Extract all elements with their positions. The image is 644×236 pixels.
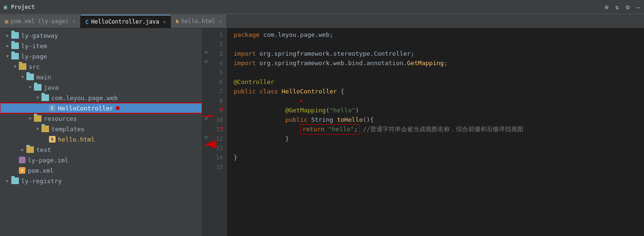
code-line-6: @Controller [234,77,644,87]
sidebar-item-ly-page-iml[interactable]: ly-page.iml [0,155,202,165]
folder-icon-main [26,74,34,80]
sidebar-item-package[interactable]: com.leyou.page.web [0,93,202,103]
arrow-package [34,95,41,100]
code-line-4: import org.springframework.web.bind.anno… [234,59,644,68]
sidebar-item-hello-controller[interactable]: C HelloController [0,103,202,113]
folder-icon-resources [34,115,41,122]
closing-brace-class: } [234,153,237,162]
sidebar-item-ly-registry[interactable]: ly-registry [0,176,202,186]
arrow-resources [26,116,34,121]
file-icon-pom-xml: m [19,167,25,174]
arrow-ly-gateway [4,33,11,38]
gutter-line-13 [203,142,210,151]
label-ly-page-iml: ly-page.iml [28,157,68,164]
string-hello-2: "hello" [328,125,354,134]
gutter-line-8 [203,94,210,104]
sidebar-item-templates[interactable]: templates [0,124,202,134]
sidebar-item-test[interactable]: test [0,144,202,155]
line-num-7: 7 [212,87,223,96]
tab-hello-html[interactable]: h hello.html × [171,15,227,28]
pkg-path: com.leyou.page.web [263,30,330,40]
kw-import-1: import [234,49,260,59]
sidebar-item-ly-gateway[interactable]: ly-gateway [0,30,202,41]
sidebar-item-java[interactable]: java [0,82,202,93]
label-hello-controller: HelloController [58,105,113,112]
project-sidebar: ly-gateway ly-item ly-page src main [0,28,203,236]
arrow-test [19,147,26,152]
top-toolbar: ▣ Project ⊕ ⇅ ⚙ — [0,0,644,14]
gutter-line-3: ○ [203,47,210,57]
code-line-14: } [234,153,644,162]
label-resources: resources [44,115,77,122]
code-editor[interactable]: ○ ○ ○ ○ 1 2 3 4 5 6 [203,28,644,236]
file-icon-ly-page-iml [19,157,25,163]
folder-icon-test [26,146,34,153]
tab-icon-c: C [85,18,89,25]
string-hello-1: "hello" [330,106,356,115]
file-icon-hello-controller: C [49,105,56,111]
sidebar-item-ly-page[interactable]: ly-page [0,51,202,61]
editor-gutter: ○ ○ ○ ○ [203,28,210,236]
folder-icon-package [41,94,49,101]
gutter-line-6 [203,76,210,85]
line-num-3: 3 [212,49,223,59]
code-line-9: ➤ @GetMapping("hello") [234,106,644,115]
gutter-line-14 [203,151,210,160]
return-statement-highlight: return "hello"; [300,124,360,135]
gutter-line-5 [203,66,210,76]
gutter-line-12: ○ [203,132,210,142]
minimize-icon[interactable]: — [636,3,640,11]
label-ly-item: ly-item [21,42,47,50]
import-path-1: org.springframework.stereotype.Controlle… [260,49,411,59]
label-test: test [36,146,51,153]
label-ly-page: ly-page [21,53,47,60]
folder-icon-ly-gateway [11,32,19,39]
code-line-8: ● [234,96,644,106]
kw-import-2: import [234,59,260,68]
tab-close-html[interactable]: × [219,19,222,24]
label-src: src [29,63,40,70]
label-hello-html: hello.html [58,136,95,143]
code-line-1: package com.leyou.page.web; [234,30,644,40]
add-icon[interactable]: ⊕ [604,3,608,11]
arrow-main [19,75,26,79]
tab-bar: m pom.xml (ly-page) × C HelloController.… [0,14,644,28]
gutter-line-4: ○ [203,57,210,66]
line-num-1: 1 [212,30,223,40]
tab-label-pom: pom.xml (ly-page) [11,18,69,25]
folder-icon-ly-item [11,42,19,49]
line-num-12: 12 [212,134,223,143]
import-class-getmapping: GetMapping [407,59,444,68]
label-java: java [44,84,58,91]
sidebar-item-pom-xml[interactable]: m pom.xml [0,165,202,176]
annotation-controller: @Controller [234,77,274,87]
red-arrow-9: ➤ [220,105,226,114]
arrow-java [26,85,34,90]
tab-close-pom[interactable]: × [73,19,75,24]
line-num-14: 14 [212,153,223,162]
tab-hello-controller[interactable]: C HelloController.java × [81,15,171,28]
sidebar-item-main[interactable]: main [0,72,202,82]
gutter-line-15 [203,160,210,170]
gutter-line-2 [203,38,210,47]
sidebar-item-src[interactable]: src [0,61,202,72]
sidebar-header-title: Project [11,4,35,10]
toolbar-icons: ⊕ ⇅ ⚙ — [604,3,640,11]
main-content: ly-gateway ly-item ly-page src main [0,28,644,236]
code-line-5 [234,68,644,77]
type-string: String [311,115,337,125]
line-num-5: 5 [212,68,223,77]
settings-icon[interactable]: ⚙ [626,3,629,11]
sidebar-item-ly-item[interactable]: ly-item [0,41,202,51]
project-icon: ▣ [4,4,7,10]
kw-package: package [234,30,263,40]
line-num-4: 4 [212,59,223,68]
sort-icon[interactable]: ⇅ [615,3,619,11]
tab-close-controller[interactable]: × [163,19,166,25]
label-pom-xml: pom.xml [28,167,54,174]
tab-label-controller: HelloController.java [91,18,160,25]
line-num-13: 13 [212,143,223,153]
sidebar-item-hello-html[interactable]: h hello.html [0,134,202,144]
tab-pom-xml[interactable]: m pom.xml (ly-page) × [0,15,81,28]
sidebar-item-resources[interactable]: resources [0,113,202,124]
